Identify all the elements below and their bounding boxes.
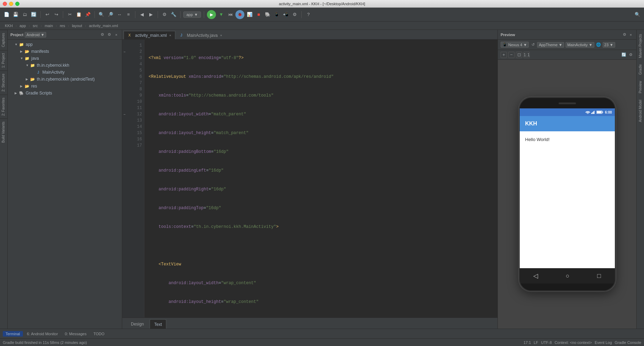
- editor-tab-java[interactable]: J MainActivity.java ×: [175, 31, 226, 39]
- panel-gear-btn[interactable]: ⚙: [107, 32, 112, 38]
- tree-item-pkg[interactable]: ▼ 📁 th.in.cybernoi.kkh: [8, 62, 122, 69]
- project-panel-title: Project: [10, 33, 23, 37]
- toolbar-replace[interactable]: ↔: [116, 11, 123, 18]
- preview-settings-btn[interactable]: ⚙: [622, 32, 627, 38]
- java-tab-close[interactable]: ×: [219, 33, 223, 38]
- zoom-in-btn[interactable]: +: [501, 52, 507, 58]
- preview-controls: ⚙ ×: [622, 32, 634, 38]
- tree-item-mainactivity[interactable]: ▶ J MainActivity: [8, 69, 122, 76]
- toolbar-run-arrow[interactable]: ▼: [217, 11, 225, 18]
- zoom-actual-btn[interactable]: 1:1: [524, 52, 530, 58]
- toolbar-find2[interactable]: 🔎: [107, 11, 114, 18]
- fold-2[interactable]: −: [122, 49, 127, 55]
- preview-close-btn[interactable]: ×: [628, 32, 634, 38]
- terminal-btn[interactable]: Terminal: [3, 331, 23, 337]
- design-tab[interactable]: Design: [126, 319, 148, 329]
- toolbar-sdk[interactable]: 📱: [273, 11, 281, 18]
- toolbar-build-proj[interactable]: ⚙: [161, 11, 168, 18]
- android-monitor-btn[interactable]: 6: Android Monitor: [24, 331, 61, 337]
- text-tab[interactable]: Text: [150, 319, 166, 329]
- toolbar-avd[interactable]: 📲: [282, 11, 290, 18]
- toolbar-paste[interactable]: 📌: [84, 11, 92, 18]
- preview-settings-btn2[interactable]: ⚙: [628, 52, 634, 58]
- tree-item-res[interactable]: ▶ 📂 res: [8, 83, 122, 90]
- right-tab-android-model[interactable]: Android Model: [637, 97, 643, 125]
- toolbar-gradle[interactable]: 🐘: [264, 11, 271, 18]
- status-message: Gradle build finished in 11s 58ms (2 min…: [3, 340, 87, 345]
- locale-btn[interactable]: 🌐: [596, 42, 601, 48]
- activity-selector[interactable]: MainActivity ▼: [566, 42, 594, 48]
- left-panel-captures[interactable]: Captures: [0, 30, 7, 50]
- toolbar-save-all[interactable]: 🗂: [21, 11, 28, 18]
- zoom-out-btn[interactable]: −: [508, 52, 515, 58]
- maximize-button[interactable]: [15, 2, 19, 6]
- right-tab-maven[interactable]: Maven Projects: [637, 31, 643, 61]
- left-panel-structure[interactable]: 2: Structure: [0, 71, 7, 94]
- breadcrumb-res[interactable]: res: [58, 23, 67, 28]
- tree-item-manifests[interactable]: ▶ 📂 manifests: [8, 48, 122, 55]
- right-tab-gradle[interactable]: Gradle: [637, 61, 643, 77]
- toolbar-back[interactable]: ◀: [138, 11, 146, 18]
- toolbar-find[interactable]: 🔍: [98, 11, 105, 18]
- toolbar-copy[interactable]: 📋: [75, 11, 83, 18]
- refresh-btn[interactable]: 🔄: [621, 52, 627, 58]
- title-bar: activity_main.xml - KKH - [~/Desktop/And…: [0, 0, 644, 8]
- breadcrumb-file[interactable]: activity_main.xml: [87, 23, 120, 28]
- api-selector[interactable]: 23 ▼: [603, 42, 615, 48]
- minimize-button[interactable]: [9, 2, 13, 6]
- toolbar-coverage[interactable]: 📊: [246, 11, 253, 18]
- toolbar-build2[interactable]: 🔧: [170, 11, 177, 18]
- editor-tabs: X activity_main.xml × J MainActivity.jav…: [122, 30, 497, 40]
- toolbar-forward[interactable]: ▶: [147, 11, 155, 18]
- toolbar-structure[interactable]: ≡: [125, 11, 132, 18]
- window-controls[interactable]: [3, 2, 19, 6]
- debug-button[interactable]: 🐞: [235, 10, 244, 19]
- toolbar-new[interactable]: 📄: [3, 11, 10, 18]
- close-button[interactable]: [3, 2, 7, 6]
- toolbar-redo[interactable]: ↪: [52, 11, 60, 18]
- toolbar-cut[interactable]: ✂: [66, 11, 74, 18]
- toolbar-stop[interactable]: ■: [255, 11, 262, 18]
- toolbar-save[interactable]: 💾: [12, 11, 19, 18]
- xml-tab-close[interactable]: ×: [168, 33, 172, 38]
- fold-12[interactable]: −: [122, 111, 127, 117]
- project-view-dropdown[interactable]: Android ▼: [25, 32, 46, 38]
- tree-item-gradle[interactable]: ▶ 🐘 Gradle Scripts: [8, 90, 122, 97]
- toolbar-help[interactable]: ?: [304, 11, 312, 18]
- todo-btn[interactable]: TODO: [91, 331, 107, 337]
- panel-sync-btn[interactable]: ⚙: [100, 32, 105, 38]
- api-arrow: ▼: [610, 43, 613, 47]
- breadcrumb-src[interactable]: src: [31, 23, 40, 28]
- toolbar-settings[interactable]: ⚙: [291, 11, 299, 18]
- panel-close-btn[interactable]: ×: [114, 32, 119, 38]
- right-tab-preview[interactable]: Preview: [637, 78, 643, 96]
- run-button[interactable]: ▶: [207, 10, 216, 19]
- tree-item-androidtest[interactable]: ▶ 📂 th.in.cybernoi.kkh (androidTest): [8, 76, 122, 83]
- phone-mockup: 6:00 KKH Hello World! ◁ ○ □: [519, 97, 616, 291]
- left-panel-build-variants[interactable]: Build Variants: [0, 118, 7, 146]
- breadcrumb-kkh[interactable]: KKH: [3, 23, 15, 28]
- toolbar-stop-prev[interactable]: ⏮: [226, 11, 234, 18]
- editor-area: X activity_main.xml × J MainActivity.jav…: [122, 30, 497, 329]
- toolbar-sync[interactable]: 🔄: [30, 11, 37, 18]
- tree-item-java[interactable]: ▼ 📁 java: [8, 55, 122, 62]
- code-editor[interactable]: − − 1 2: [122, 40, 497, 318]
- tree-item-app[interactable]: ▼ 📁 app: [8, 41, 122, 48]
- messages-btn[interactable]: 0: Messages: [62, 331, 89, 337]
- app-selector[interactable]: app ▼: [183, 11, 201, 18]
- device-selector[interactable]: 📱 Nexus 4 ▼: [501, 42, 529, 48]
- toolbar-undo[interactable]: ↩: [43, 11, 51, 18]
- breadcrumb-app[interactable]: app: [17, 23, 28, 28]
- code-content[interactable]: <?xml version="1.0" encoding="utf-8"?> <…: [144, 40, 497, 318]
- event-log-btn[interactable]: Event Log: [595, 340, 612, 345]
- editor-tab-xml[interactable]: X activity_main.xml ×: [124, 31, 175, 39]
- left-panel-favorites[interactable]: 2: Favorites: [0, 94, 7, 118]
- breadcrumb-layout[interactable]: layout: [70, 23, 84, 28]
- rotate-btn[interactable]: ↺: [530, 42, 536, 48]
- left-panel-project[interactable]: 1: Project: [0, 50, 7, 71]
- gradle-console-btn[interactable]: Gradle Console: [615, 340, 641, 345]
- breadcrumb-main[interactable]: main: [43, 23, 55, 28]
- toolbar-search-all[interactable]: 🔍: [634, 11, 641, 18]
- zoom-fit-btn[interactable]: ⊡: [516, 52, 522, 58]
- theme-selector[interactable]: AppTheme ▼: [537, 42, 564, 48]
